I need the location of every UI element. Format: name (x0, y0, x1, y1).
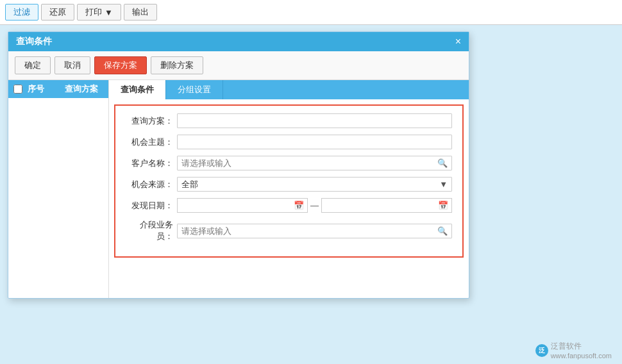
tab-group-settings[interactable]: 分组设置 (166, 80, 223, 99)
export-button[interactable]: 输出 (124, 4, 157, 21)
input-date-to[interactable] (322, 199, 435, 212)
label-source: 机会来源： (126, 179, 177, 190)
input-salesperson[interactable] (178, 224, 433, 238)
modal-close-button[interactable]: × (455, 37, 461, 47)
restore-button[interactable]: 还原 (41, 4, 74, 21)
date-to-wrapper: 📅 (321, 198, 452, 213)
right-panel: 查询条件 分组设置 查询方案： 机会主题： (109, 80, 469, 298)
action-row: 确定 取消 保存方案 删除方案 (8, 51, 469, 80)
form-row-scheme: 查询方案： (126, 113, 452, 128)
form-row-customer: 客户名称： 🔍 (126, 156, 452, 170)
list-header: 序号 查询方案 (8, 80, 108, 98)
delete-scheme-button[interactable]: 删除方案 (151, 56, 203, 74)
source-select-wrapper: 全部 ▼ (177, 177, 452, 192)
form-area: 查询方案： 机会主题： 客户名称： 🔍 (114, 104, 464, 258)
salesperson-input-wrapper: 🔍 (177, 224, 452, 238)
col-num-header: 序号 (28, 83, 60, 95)
customer-input-wrapper: 🔍 (177, 156, 452, 170)
print-label: 打印 (85, 6, 102, 18)
input-scheme[interactable] (177, 113, 452, 128)
label-scheme: 查询方案： (126, 115, 177, 127)
form-row-date: 发现日期： 📅 — 📅 (126, 198, 452, 213)
form-row-topic: 机会主题： (126, 135, 452, 149)
salesperson-search-icon[interactable]: 🔍 (433, 224, 451, 238)
input-topic[interactable] (177, 135, 452, 149)
date-separator: — (310, 201, 319, 210)
label-salesperson: 介段业务员： (126, 219, 177, 242)
tab-bar: 查询条件 分组设置 (109, 80, 469, 99)
select-source[interactable]: 全部 (178, 178, 435, 191)
cancel-button[interactable]: 取消 (55, 56, 90, 74)
watermark-text: 泛普软件 www.fanpusoft.com (551, 341, 612, 360)
input-customer[interactable] (178, 156, 433, 170)
modal-body: 序号 查询方案 查询条件 分组设置 查询方案： (8, 80, 469, 298)
label-customer: 客户名称： (126, 158, 177, 169)
watermark: 泛 泛普软件 www.fanpusoft.com (535, 341, 612, 360)
query-modal: 查询条件 × 确定 取消 保存方案 删除方案 序号 查询方案 (8, 31, 469, 299)
save-scheme-button[interactable]: 保存方案 (94, 56, 147, 74)
filter-button[interactable]: 过滤 (5, 4, 38, 21)
form-row-source: 机会来源： 全部 ▼ (126, 177, 452, 192)
watermark-logo: 泛 (535, 344, 548, 357)
toolbar: 过滤 还原 打印 ▼ 输出 (0, 0, 622, 25)
form-row-salesperson: 介段业务员： 🔍 (126, 219, 452, 242)
label-topic: 机会主题： (126, 136, 177, 148)
select-all-checkbox[interactable] (13, 85, 22, 94)
customer-search-icon[interactable]: 🔍 (433, 156, 451, 170)
label-date: 发现日期： (126, 200, 177, 211)
tab-query-conditions[interactable]: 查询条件 (109, 80, 166, 99)
col-name-header: 查询方案 (65, 83, 103, 95)
modal-title: 查询条件 (16, 36, 52, 47)
calendar-from-icon[interactable]: 📅 (290, 199, 307, 211)
left-panel: 序号 查询方案 (8, 80, 109, 298)
date-range-wrapper: 📅 — 📅 (177, 198, 452, 213)
input-date-from[interactable] (178, 199, 290, 212)
modal-header: 查询条件 × (8, 32, 469, 51)
source-dropdown-icon: ▼ (435, 178, 451, 191)
main-background: 查询条件 × 确定 取消 保存方案 删除方案 序号 查询方案 (0, 25, 622, 364)
confirm-button[interactable]: 确定 (15, 56, 51, 74)
calendar-to-icon[interactable]: 📅 (435, 199, 451, 211)
list-rows (8, 98, 108, 277)
print-arrow-icon: ▼ (105, 8, 113, 17)
date-from-wrapper: 📅 (177, 198, 308, 213)
print-button[interactable]: 打印 ▼ (77, 4, 121, 21)
